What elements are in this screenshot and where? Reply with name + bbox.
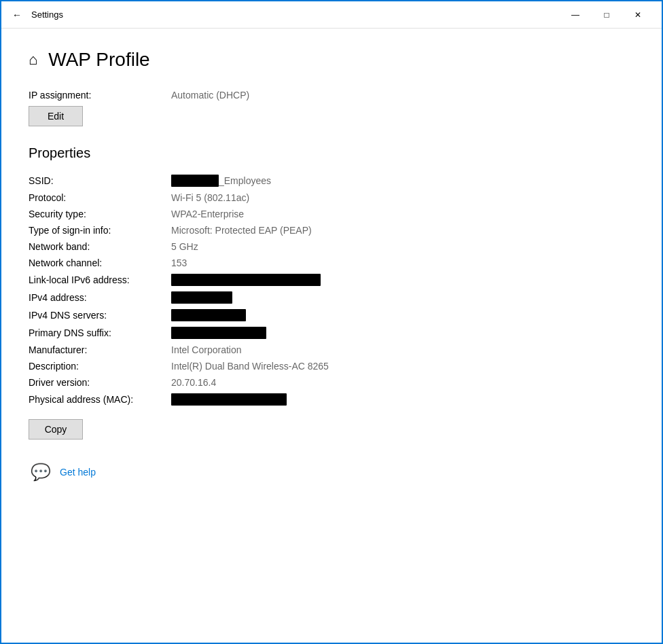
dns-suffix-redacted	[171, 327, 266, 339]
driver-version-label: Driver version:	[29, 377, 171, 388]
title-bar-title: Settings	[31, 10, 63, 20]
ipv4-address-row: IPv4 address:	[29, 291, 634, 304]
network-channel-value: 153	[171, 257, 187, 268]
sign-in-info-label: Type of sign-in info:	[29, 225, 171, 236]
ipv4-address-label: IPv4 address:	[29, 292, 171, 303]
driver-version-row: Driver version: 20.70.16.4	[29, 377, 634, 388]
page-title: WAP Profile	[48, 49, 149, 71]
description-value: Intel(R) Dual Band Wireless-AC 8265	[171, 361, 329, 372]
properties-section: Properties SSID: _Employees Protocol: Wi…	[29, 145, 634, 440]
dns-suffix-row: Primary DNS suffix:	[29, 327, 634, 339]
description-label: Description:	[29, 361, 171, 372]
protocol-row: Protocol: Wi-Fi 5 (802.11ac)	[29, 192, 634, 203]
page-header: ⌂ WAP Profile	[29, 49, 634, 71]
ssid-redacted	[171, 175, 219, 187]
ssid-value: _Employees	[171, 175, 271, 187]
title-bar-controls: — □ ✕	[560, 4, 653, 26]
security-type-value: WPA2-Enterprise	[171, 209, 244, 219]
ipv4-dns-row: IPv4 DNS servers:	[29, 309, 634, 321]
sign-in-info-value: Microsoft: Protected EAP (PEAP)	[171, 225, 312, 236]
help-icon: 💬	[29, 460, 53, 484]
minimize-button[interactable]: —	[560, 4, 591, 26]
main-content: ⌂ WAP Profile IP assignment: Automatic (…	[1, 29, 662, 644]
network-channel-row: Network channel: 153	[29, 257, 634, 268]
ssid-row: SSID: _Employees	[29, 175, 634, 187]
edit-button[interactable]: Edit	[29, 106, 83, 126]
ipv4-dns-label: IPv4 DNS servers:	[29, 310, 171, 321]
network-band-value: 5 GHz	[171, 241, 198, 252]
network-channel-label: Network channel:	[29, 257, 171, 268]
home-icon: ⌂	[29, 51, 37, 69]
protocol-value: Wi-Fi 5 (802.11ac)	[171, 192, 249, 203]
mac-address-redacted	[171, 393, 287, 406]
properties-header: Properties	[29, 145, 634, 161]
ipv6-address-label: Link-local IPv6 address:	[29, 274, 171, 285]
ip-assignment-value: Automatic (DHCP)	[171, 90, 249, 101]
manufacturer-row: Manufacturer: Intel Corporation	[29, 344, 634, 355]
mac-address-label: Physical address (MAC):	[29, 394, 171, 405]
get-help-link[interactable]: Get help	[60, 467, 96, 478]
help-section: 💬 Get help	[29, 460, 634, 484]
description-row: Description: Intel(R) Dual Band Wireless…	[29, 361, 634, 372]
copy-button[interactable]: Copy	[29, 419, 83, 440]
security-type-row: Security type: WPA2-Enterprise	[29, 209, 634, 219]
protocol-label: Protocol:	[29, 192, 171, 203]
manufacturer-label: Manufacturer:	[29, 344, 171, 355]
driver-version-value: 20.70.16.4	[171, 377, 216, 388]
title-bar-left: ← Settings	[10, 7, 63, 23]
dns-suffix-label: Primary DNS suffix:	[29, 327, 171, 338]
ip-assignment-row: IP assignment: Automatic (DHCP)	[29, 90, 634, 101]
ipv6-address-row: Link-local IPv6 address:	[29, 274, 634, 286]
ipv4-dns-redacted	[171, 309, 246, 321]
maximize-button[interactable]: □	[591, 4, 622, 26]
ssid-label: SSID:	[29, 175, 171, 186]
security-type-label: Security type:	[29, 209, 171, 219]
ipv4-address-redacted	[171, 291, 232, 304]
title-bar: ← Settings — □ ✕	[1, 1, 662, 29]
close-button[interactable]: ✕	[622, 4, 653, 26]
manufacturer-value: Intel Corporation	[171, 344, 242, 355]
back-button[interactable]: ←	[10, 7, 24, 23]
ip-assignment-label: IP assignment:	[29, 90, 171, 101]
mac-address-row: Physical address (MAC):	[29, 393, 634, 406]
ipv6-address-redacted	[171, 274, 321, 286]
network-band-label: Network band:	[29, 241, 171, 252]
ssid-suffix: _Employees	[219, 175, 271, 186]
sign-in-info-row: Type of sign-in info: Microsoft: Protect…	[29, 225, 634, 236]
network-band-row: Network band: 5 GHz	[29, 241, 634, 252]
